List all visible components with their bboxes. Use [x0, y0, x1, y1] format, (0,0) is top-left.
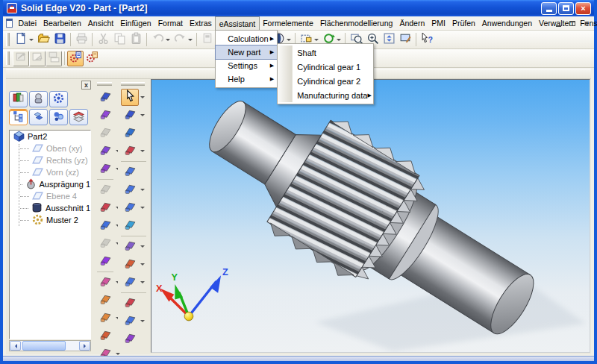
format-painter-button[interactable]	[199, 32, 216, 48]
menu-ndern[interactable]: Ändern	[396, 16, 428, 30]
sketch-button[interactable]	[121, 107, 139, 124]
scrollbar-thumb[interactable]	[22, 341, 66, 351]
submenu-item-shaft[interactable]: Shaft	[278, 46, 373, 60]
menu-einf-gen[interactable]: Einfügen	[117, 16, 154, 30]
menu-item-help[interactable]: Help▶	[216, 72, 277, 86]
menu-pmi[interactable]: PMI	[428, 16, 449, 30]
extruded-surface-button[interactable]	[96, 160, 114, 178]
submenu-item-cylindrical-gear-2[interactable]: Cylindrical gear 2	[278, 74, 373, 88]
child-close-button[interactable]: ✕	[581, 18, 593, 28]
edgebar-tab-features[interactable]	[49, 109, 68, 125]
construction-display-button[interactable]	[121, 295, 139, 312]
edgebar-tab-library[interactable]	[9, 91, 28, 107]
menu-bearbeiten[interactable]: Bearbeiten	[40, 16, 85, 30]
sphere-tool-button[interactable]	[96, 181, 114, 198]
rotate-material-button[interactable]	[121, 142, 139, 160]
edgebar-close-icon[interactable]: x	[81, 81, 91, 90]
menu-extras[interactable]: Extras	[186, 16, 215, 30]
toolbar-grip[interactable]	[6, 33, 10, 46]
print-button[interactable]	[73, 32, 90, 48]
redo-button[interactable]	[172, 32, 194, 48]
close-button[interactable]: ×	[575, 2, 591, 15]
view-settings-button[interactable]	[397, 32, 413, 48]
edgebar-tab-constructions[interactable]	[29, 109, 48, 125]
maximize-button[interactable]	[558, 2, 574, 15]
pattern-tool-button[interactable]	[121, 238, 139, 255]
window-tool-2-button[interactable]	[29, 51, 46, 66]
menu-fl-chenmodellierung[interactable]: Flächenmodellierung	[316, 16, 396, 30]
edgebar-horizontal-scrollbar[interactable]	[9, 340, 91, 351]
sketch-3d-button[interactable]	[96, 89, 114, 106]
menu-item-new-part[interactable]: New part▶ShaftCylindrical gear 1Cylindri…	[216, 46, 277, 59]
window-tool-1-button[interactable]	[13, 51, 29, 66]
flag-tool-button[interactable]	[121, 330, 139, 348]
curve-pink-button[interactable]	[96, 274, 114, 291]
child-minimize-button[interactable]	[552, 18, 564, 28]
open-folder-button[interactable]	[35, 32, 51, 48]
tree-item-auspr-gung-1[interactable]: Ausprägung 1	[10, 178, 90, 190]
plane-normal-button[interactable]	[96, 199, 114, 216]
edgebar-tab-settings-gear[interactable]	[49, 91, 68, 107]
plane-tool-button[interactable]	[121, 313, 139, 330]
eassistant-calculation-1-button[interactable]	[67, 51, 84, 66]
menu-format[interactable]: Format	[154, 16, 186, 30]
tree-item-part2[interactable]: Part2	[10, 131, 90, 142]
menu-item-settings[interactable]: Settings▶	[216, 59, 277, 72]
surface-orange-2-button[interactable]	[96, 310, 114, 327]
toolbar-grip[interactable]	[121, 82, 145, 86]
mirror-tool-button[interactable]	[121, 256, 139, 273]
scrollbar-track[interactable]	[66, 341, 79, 351]
tree-item-vorn-xz[interactable]: Vorn (xz)	[10, 166, 90, 178]
surface-orange-button[interactable]	[96, 292, 114, 309]
menu-datei[interactable]: Datei	[15, 16, 40, 30]
scroll-left-icon[interactable]	[10, 341, 21, 351]
cut-scissors-button[interactable]	[95, 32, 111, 48]
tree-item-ausschnitt-1[interactable]: Ausschnitt 1	[10, 202, 90, 214]
menu-ansicht[interactable]: Ansicht	[84, 16, 116, 30]
revolved-tool-button[interactable]	[121, 199, 139, 216]
spin-tool-button[interactable]	[96, 217, 114, 234]
return-flip-button[interactable]	[121, 125, 139, 142]
window-tool-3-button[interactable]	[46, 51, 62, 66]
scroll-right-icon[interactable]	[79, 341, 90, 351]
menu-eassistant[interactable]: eAssistantCalculation▶New part▶ShaftCyli…	[215, 16, 259, 30]
submenu-item-cylindrical-gear-1[interactable]: Cylindrical gear 1	[278, 60, 373, 74]
thin-wall-tool-button[interactable]	[121, 274, 139, 291]
toolbar-grip[interactable]	[6, 51, 10, 65]
child-restore-button[interactable]	[566, 18, 578, 28]
edgebar-tab-layers[interactable]	[69, 109, 88, 125]
toolbar-grip[interactable]	[97, 82, 112, 86]
menu-formelemente[interactable]: Formelemente	[260, 16, 317, 30]
tree-item-oben-xy[interactable]: Oben (xy)	[10, 142, 90, 154]
surface-red-button[interactable]	[96, 327, 114, 345]
save-floppy-button[interactable]	[51, 32, 68, 48]
copy-button[interactable]	[111, 32, 128, 48]
plane-gray-button[interactable]	[96, 235, 114, 252]
select-tool-button[interactable]	[121, 89, 139, 106]
tree-item-rechts-yz[interactable]: Rechts (yz)	[10, 154, 90, 166]
fit-view-button[interactable]	[381, 32, 397, 48]
eassistant-calculation-2-button[interactable]	[84, 51, 100, 66]
submenu-item-manufacturing-data[interactable]: Manufacturing data▶	[278, 88, 373, 102]
swept-surface-button[interactable]	[96, 253, 114, 270]
bounded-surface-button[interactable]	[96, 142, 114, 160]
cutout-tool-button[interactable]	[121, 181, 139, 198]
help-pointer-button[interactable]: ?	[419, 32, 435, 48]
menu-anwendungen[interactable]: Anwendungen	[478, 16, 535, 30]
child-window-icon[interactable]	[4, 16, 15, 30]
round-tool-button[interactable]	[121, 217, 139, 234]
tree-item-ebene-4[interactable]: Ebene 4	[10, 190, 90, 202]
menu-item-calculation[interactable]: Calculation▶	[216, 32, 277, 46]
edgebar-tab-assistant[interactable]	[29, 91, 48, 107]
edgebar-tab-feature-pathfinder[interactable]	[9, 109, 28, 125]
keypoint-curve-button[interactable]	[96, 107, 114, 124]
3d-viewport[interactable]: X Y Z	[151, 79, 590, 353]
tree-item-muster-2[interactable]: Muster 2	[10, 214, 90, 226]
paste-clipboard-button[interactable]	[128, 32, 144, 48]
undo-button[interactable]	[149, 32, 172, 48]
protrusion-tool-button[interactable]	[121, 163, 139, 181]
menu-pr-fen[interactable]: Prüfen	[448, 16, 478, 30]
curve-net-button[interactable]	[96, 125, 114, 142]
new-document-button[interactable]	[13, 32, 35, 48]
minimize-button[interactable]	[541, 2, 557, 15]
